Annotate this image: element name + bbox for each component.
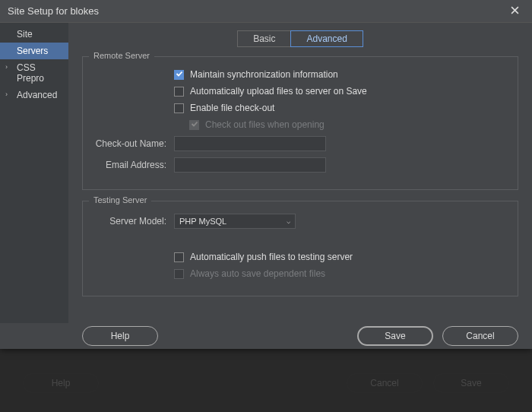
bg-help-button: Help bbox=[23, 373, 99, 393]
check-icon bbox=[191, 119, 198, 130]
tabs: Basic Advanced bbox=[82, 30, 518, 47]
close-icon bbox=[511, 5, 519, 17]
titlebar: Site Setup for blokes bbox=[0, 0, 532, 23]
checkout-on-open-label: Check out files when opening bbox=[205, 119, 325, 130]
auto-push-label: Automatically push files to testing serv… bbox=[190, 252, 353, 262]
checkout-name-label: Check-out Name: bbox=[92, 138, 174, 149]
auto-upload-label: Automatically upload files to server on … bbox=[190, 86, 367, 97]
save-button[interactable]: Save bbox=[357, 326, 433, 346]
check-icon bbox=[176, 69, 183, 80]
chevron-right-icon: › bbox=[5, 90, 8, 98]
checkout-on-open-checkbox bbox=[189, 120, 199, 130]
remote-server-group: Remote Server Maintain synchronization i… bbox=[82, 56, 518, 190]
maintain-sync-label: Maintain synchronization information bbox=[190, 69, 338, 80]
auto-save-dep-label: Always auto save dependent files bbox=[190, 268, 325, 279]
sidebar-item-label: Advanced bbox=[17, 90, 57, 100]
checkout-name-input bbox=[174, 136, 326, 151]
group-title-testing: Testing Server bbox=[89, 195, 151, 204]
server-model-label: Server Model: bbox=[92, 216, 174, 227]
group-title-remote: Remote Server bbox=[89, 51, 154, 60]
main-panel: Basic Advanced Remote Server Maintain sy… bbox=[68, 23, 532, 323]
sidebar: Site Servers › CSS Prepro › Advanced bbox=[0, 23, 68, 323]
enable-checkout-label: Enable file check-out bbox=[190, 103, 274, 113]
auto-push-checkbox[interactable] bbox=[174, 252, 184, 262]
sidebar-item-css-prepro[interactable]: › CSS Prepro bbox=[0, 59, 68, 87]
dialog-title: Site Setup for blokes bbox=[8, 5, 497, 17]
sidebar-item-label: CSS Prepro bbox=[17, 62, 44, 84]
bg-cancel-button: Cancel bbox=[347, 373, 423, 393]
bg-save-button: Save bbox=[433, 373, 509, 393]
tab-basic[interactable]: Basic bbox=[237, 30, 290, 47]
chevron-right-icon: › bbox=[5, 63, 8, 71]
tab-advanced[interactable]: Advanced bbox=[290, 30, 363, 47]
email-label: Email Address: bbox=[92, 160, 174, 170]
sidebar-item-label: Site bbox=[17, 29, 33, 40]
maintain-sync-checkbox[interactable] bbox=[174, 70, 184, 80]
sidebar-item-advanced[interactable]: › Advanced bbox=[0, 87, 68, 103]
dialog-footer: Help Save Cancel bbox=[0, 323, 532, 349]
sidebar-item-site[interactable]: Site bbox=[0, 26, 68, 43]
chevron-down-icon: ⌵ bbox=[287, 217, 290, 225]
auto-upload-checkbox[interactable] bbox=[174, 87, 184, 97]
email-input bbox=[174, 157, 326, 173]
testing-server-group: Testing Server Server Model: PHP MySQL ⌵… bbox=[82, 201, 518, 296]
close-button[interactable] bbox=[497, 0, 532, 23]
server-model-value: PHP MySQL bbox=[179, 217, 226, 226]
sidebar-item-label: Servers bbox=[17, 46, 48, 56]
cancel-button[interactable]: Cancel bbox=[442, 326, 518, 346]
server-model-select[interactable]: PHP MySQL ⌵ bbox=[174, 214, 296, 229]
auto-save-dep-checkbox bbox=[174, 269, 184, 279]
sidebar-item-servers[interactable]: Servers bbox=[0, 43, 68, 59]
site-setup-dialog: Site Setup for blokes Site Servers › CSS… bbox=[0, 0, 532, 349]
help-button[interactable]: Help bbox=[82, 326, 158, 346]
enable-checkout-checkbox[interactable] bbox=[174, 103, 184, 113]
